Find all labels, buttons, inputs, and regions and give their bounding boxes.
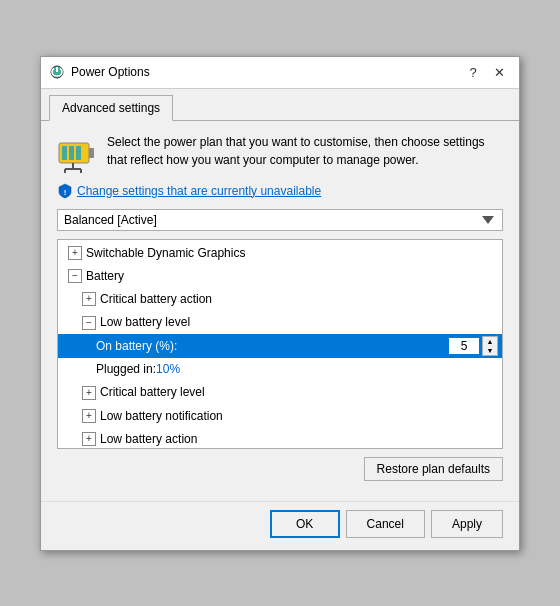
- description-text: Select the power plan that you want to c…: [107, 133, 503, 169]
- svg-rect-3: [89, 148, 94, 158]
- ok-button[interactable]: OK: [270, 510, 340, 538]
- tree-label-on-battery: On battery (%):: [96, 337, 177, 356]
- expand-icon-switchable[interactable]: +: [68, 246, 82, 260]
- tree-item-on-battery[interactable]: On battery (%): ▲ ▼: [58, 334, 502, 358]
- restore-defaults-button[interactable]: Restore plan defaults: [364, 457, 503, 481]
- description-row: Select the power plan that you want to c…: [57, 133, 503, 173]
- tree-label-low-action: Low battery action: [100, 430, 197, 449]
- help-button[interactable]: ?: [461, 62, 485, 82]
- spinner-buttons: ▲ ▼: [482, 336, 498, 356]
- dialog-buttons: OK Cancel Apply: [41, 501, 519, 550]
- shield-icon: !: [57, 183, 73, 199]
- title-bar: Power Options ? ✕: [41, 57, 519, 89]
- svg-rect-4: [62, 146, 67, 160]
- tab-bar: Advanced settings: [41, 89, 519, 121]
- tree-label-low-level: Low battery level: [100, 313, 190, 332]
- spinner-down-button[interactable]: ▼: [483, 346, 497, 355]
- tree-label-plugged-value: 10%: [156, 360, 180, 379]
- tree-item-low-level[interactable]: − Low battery level: [58, 311, 502, 334]
- battery-value-input[interactable]: [448, 337, 480, 355]
- tree-item-critical-action[interactable]: + Critical battery action: [58, 288, 502, 311]
- svg-rect-6: [76, 146, 81, 160]
- svg-text:!: !: [64, 188, 67, 197]
- cancel-button[interactable]: Cancel: [346, 510, 425, 538]
- power-options-icon: [49, 64, 65, 80]
- restore-row: Restore plan defaults: [57, 457, 503, 481]
- tree-label-battery: Battery: [86, 267, 124, 286]
- change-settings-text: Change settings that are currently unava…: [77, 184, 321, 198]
- tree-item-critical-level[interactable]: + Critical battery level: [58, 381, 502, 404]
- expand-icon-battery[interactable]: −: [68, 269, 82, 283]
- tree-label-switchable: Switchable Dynamic Graphics: [86, 244, 245, 263]
- power-plan-dropdown[interactable]: Balanced [Active] Power saver High perfo…: [57, 209, 503, 231]
- dropdown-row: Balanced [Active] Power saver High perfo…: [57, 209, 503, 231]
- svg-rect-1: [56, 67, 58, 72]
- tree-label-low-notification: Low battery notification: [100, 407, 223, 426]
- battery-image-icon: [57, 133, 97, 173]
- expand-icon-low-action[interactable]: +: [82, 432, 96, 446]
- title-bar-controls: ? ✕: [461, 62, 511, 82]
- tree-label-critical-action: Critical battery action: [100, 290, 212, 309]
- expand-icon-low-notification[interactable]: +: [82, 409, 96, 423]
- dialog-content: Select the power plan that you want to c…: [41, 121, 519, 501]
- tree-label-critical-level: Critical battery level: [100, 383, 205, 402]
- tree-item-switchable[interactable]: + Switchable Dynamic Graphics: [58, 242, 502, 265]
- svg-rect-5: [69, 146, 74, 160]
- change-settings-link[interactable]: ! Change settings that are currently una…: [57, 183, 503, 199]
- tree-label-plugged-prefix: Plugged in:: [96, 360, 156, 379]
- expand-icon-critical-action[interactable]: +: [82, 292, 96, 306]
- tree-item-battery[interactable]: − Battery: [58, 265, 502, 288]
- spinner-up-button[interactable]: ▲: [483, 337, 497, 346]
- advanced-settings-tab[interactable]: Advanced settings: [49, 95, 173, 121]
- expand-icon-critical-level[interactable]: +: [82, 386, 96, 400]
- settings-tree[interactable]: + Switchable Dynamic Graphics − Battery …: [57, 239, 503, 449]
- close-button[interactable]: ✕: [487, 62, 511, 82]
- battery-spinner[interactable]: ▲ ▼: [448, 336, 498, 356]
- expand-icon-low-level[interactable]: −: [82, 316, 96, 330]
- tree-item-low-notification[interactable]: + Low battery notification: [58, 405, 502, 428]
- tree-item-low-action[interactable]: + Low battery action: [58, 428, 502, 449]
- apply-button[interactable]: Apply: [431, 510, 503, 538]
- power-options-window: Power Options ? ✕ Advanced settings: [40, 56, 520, 551]
- title-bar-text: Power Options: [71, 65, 461, 79]
- tree-item-plugged-in[interactable]: Plugged in: 10%: [58, 358, 502, 381]
